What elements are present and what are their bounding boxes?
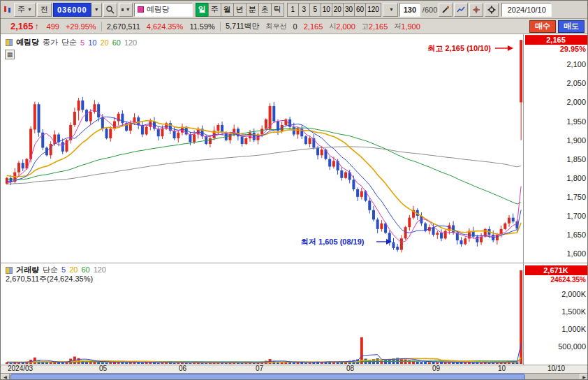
speaker-dropdown-icon: ▼ — [126, 7, 131, 12]
volume-change-pct: 4,624.35% — [147, 22, 184, 31]
svg-text:1,500K: 1,500K — [561, 307, 587, 316]
sell-button[interactable]: 매도 — [558, 20, 585, 33]
stock-name-value: 예림당 — [147, 4, 170, 15]
svg-text:2,050: 2,050 — [566, 79, 586, 87]
stock-type-select[interactable]: 주▼ — [14, 3, 36, 17]
period-tick-button[interactable]: 틱 — [271, 3, 284, 17]
svg-text:2,000K: 2,000K — [561, 290, 587, 298]
line-chart-tool-icon[interactable] — [454, 3, 468, 17]
svg-text:500,000: 500,000 — [558, 342, 586, 351]
settings-gear-icon[interactable] — [485, 3, 499, 17]
chevron-down-icon: ▼ — [27, 7, 32, 12]
best-bid-value: 2,165 — [304, 22, 323, 31]
current-price: 2,165 — [10, 21, 34, 31]
interval-10-button[interactable]: 10 — [321, 3, 332, 17]
crosshair-tool-icon[interactable] — [469, 3, 483, 17]
period-year-button[interactable]: 년 — [233, 3, 247, 17]
buy-button[interactable]: 매수 — [529, 20, 556, 33]
period-day-button[interactable]: 일 — [196, 3, 209, 17]
chart-style-select[interactable]: ▼ — [383, 3, 398, 17]
svg-text:1,900: 1,900 — [566, 136, 586, 145]
bar-count-field[interactable]: 130 — [399, 3, 420, 17]
svg-text:10/10: 10/10 — [547, 365, 565, 372]
svg-text:2,000: 2,000 — [566, 98, 586, 106]
svg-text:1,950: 1,950 — [566, 117, 586, 126]
stock-chart-window: 주▼ 전 036000 ▼ ▼ 예림당 일 주 월 년 분 초 틱 1 3 5 — [0, 0, 588, 380]
svg-text:최고 2,165 (10/10): 최고 2,165 (10/10) — [428, 44, 492, 52]
open-label: 시 — [329, 22, 336, 31]
search-icon[interactable] — [103, 3, 117, 17]
volume-value: 2,670,511 — [107, 22, 140, 31]
ma20-label: 20 — [100, 38, 108, 47]
up-arrow-icon: ↑ — [35, 22, 39, 31]
svg-text:1,800: 1,800 — [566, 174, 586, 182]
vma5-label: 5 — [61, 265, 66, 275]
ma-type-label: 단순 — [61, 37, 77, 48]
period-second-button[interactable]: 초 — [258, 3, 272, 17]
svg-text:10: 10 — [498, 365, 506, 372]
stock-type-label: 주 — [17, 4, 25, 15]
chart-grid-icon[interactable]: ▦ — [5, 50, 15, 59]
svg-text:08: 08 — [346, 365, 355, 372]
price-field-label: 종가 — [43, 37, 58, 48]
svg-text:1,650: 1,650 — [566, 231, 586, 239]
svg-text:24624.35%: 24624.35% — [550, 276, 586, 284]
stock-code-input[interactable]: 036000 ▼ — [53, 3, 102, 17]
svg-text:최저 1,605 (08/19): 최저 1,605 (08/19) — [301, 238, 365, 246]
price-pane-title: 예림당 — [16, 37, 39, 48]
scroll-right-button[interactable]: ▶ — [580, 374, 588, 380]
svg-text:1,750: 1,750 — [566, 193, 586, 201]
turnover-pct: 11.59% — [189, 22, 215, 31]
price-pane-icon — [6, 39, 13, 46]
chart-canvas[interactable]: 2,1002,0502,0001,9501,9001,8501,8001,750… — [1, 34, 588, 373]
bar-total-label: /600 — [422, 6, 437, 14]
svg-text:05: 05 — [99, 365, 108, 372]
divider — [220, 22, 221, 31]
best-ask-value: 0 — [293, 22, 297, 31]
vma120-label: 120 — [94, 265, 106, 275]
period-minute-button[interactable]: 분 — [246, 3, 259, 17]
price-change: 499 — [47, 22, 59, 31]
interval-30-button[interactable]: 30 — [343, 3, 355, 17]
interval-60-button[interactable]: 60 — [354, 3, 366, 17]
svg-text:06: 06 — [179, 365, 187, 372]
stock-badge-icon — [138, 6, 144, 13]
low-value: 1,900 — [401, 22, 420, 31]
chart-scrollbar[interactable]: ◀ ▶ — [1, 373, 588, 380]
speaker-icon[interactable]: ▼ — [119, 3, 133, 17]
chart-window-icon — [3, 4, 13, 15]
jeon-button[interactable]: 전 — [37, 3, 52, 17]
pen-tool-icon[interactable] — [439, 3, 453, 17]
svg-text:2,671K: 2,671K — [543, 266, 568, 275]
interval-120-button[interactable]: 120 — [365, 3, 381, 17]
svg-text:2024/03: 2024/03 — [8, 365, 34, 372]
price-change-pct: +29.95% — [66, 22, 96, 31]
ma5-label: 5 — [80, 38, 84, 47]
period-month-button[interactable]: 월 — [221, 3, 234, 17]
scrollbar-thumb[interactable] — [10, 374, 525, 380]
period-button-group: 일 주 월 년 분 초 틱 — [196, 3, 284, 17]
trade-value: 5,711백만 — [226, 21, 260, 31]
period-week-button[interactable]: 주 — [208, 3, 221, 17]
volume-pane-header: 거래량 단순 5 20 60 120 2,670,511주(24,624.35%… — [6, 265, 106, 284]
stock-name-field[interactable]: 예림당 — [134, 3, 193, 17]
stock-code-value[interactable]: 036000 — [53, 3, 91, 17]
svg-text:1,600: 1,600 — [566, 249, 586, 258]
volume-pane-icon — [6, 267, 13, 274]
date-field[interactable]: 2024/10/10 — [501, 3, 552, 17]
scroll-left-button[interactable]: ◀ — [1, 374, 10, 380]
code-dropdown-icon[interactable]: ▼ — [91, 3, 102, 17]
ma60-label: 60 — [112, 38, 121, 47]
price-info-bar: 2,165 ↑ 499 +29.95% 2,670,511 4,624.35% … — [1, 19, 588, 34]
vma20-label: 20 — [69, 265, 78, 275]
high-value: 2,165 — [369, 22, 388, 31]
svg-text:1,850: 1,850 — [566, 155, 586, 163]
svg-text:2,165: 2,165 — [546, 36, 566, 44]
interval-1-button[interactable]: 1 — [287, 3, 299, 17]
interval-3-button[interactable]: 3 — [298, 3, 310, 17]
interval-20-button[interactable]: 20 — [332, 3, 344, 17]
price-pane-header: 예림당 종가 단순 5 10 20 60 120 — [6, 37, 137, 48]
divider — [101, 22, 102, 31]
best-quote-label: 최우선 — [266, 22, 287, 31]
interval-5-button[interactable]: 5 — [309, 3, 321, 17]
